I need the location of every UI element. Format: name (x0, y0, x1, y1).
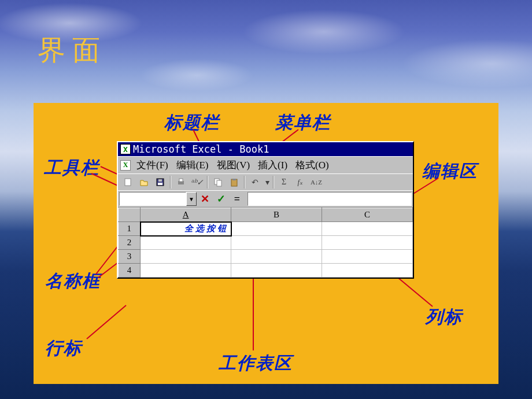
spellcheck-button[interactable]: ᵃᵇ✓ (190, 175, 205, 189)
menu-edit[interactable]: 编辑(E) (174, 158, 211, 172)
cancel-icon[interactable]: ✕ (198, 193, 212, 205)
select-all-corner[interactable] (119, 208, 141, 222)
cell-a3[interactable] (141, 250, 231, 264)
excel-window: X Microsoft Excel - Book1 X 文件(F) 编辑(E) … (117, 141, 414, 279)
row-header-2[interactable]: 2 (119, 236, 141, 250)
toolbar: ᵃᵇ✓ ↶ ▾ Σ fₓ A↓Z (118, 173, 413, 190)
toolbar-separator (273, 176, 274, 189)
undo-dropdown[interactable]: ▾ (264, 175, 271, 189)
confirm-icon[interactable]: ✓ (214, 193, 228, 205)
row-header-3[interactable]: 3 (119, 250, 141, 264)
copy-button[interactable] (210, 175, 226, 189)
new-button[interactable] (120, 175, 135, 189)
equals-icon[interactable]: = (230, 193, 244, 205)
window-title: Microsoft Excel - Book1 (133, 143, 269, 155)
paste-button[interactable] (227, 175, 242, 189)
menu-file[interactable]: 文件(F) (134, 158, 171, 172)
menu-view[interactable]: 视图(V) (215, 158, 253, 172)
column-header-b[interactable]: B (231, 208, 322, 222)
save-button[interactable] (153, 175, 168, 189)
svg-rect-17 (217, 180, 221, 186)
undo-button[interactable]: ↶ (247, 175, 263, 189)
sort-button[interactable]: A↓Z (309, 175, 324, 189)
column-header-a[interactable]: A (141, 208, 231, 222)
titlebar[interactable]: X Microsoft Excel - Book1 (118, 142, 413, 156)
cell-c2[interactable] (322, 236, 413, 250)
cell-c1[interactable] (322, 222, 413, 236)
toolbar-separator (244, 176, 245, 189)
cell-a1[interactable]: 全选按钮 (141, 222, 231, 236)
svg-rect-15 (179, 179, 183, 182)
cell-a2[interactable] (141, 236, 231, 250)
annotation-panel: 标题栏 菜单栏 工具栏 编辑区 名称框 列标 行标 工作表区 X Microso… (34, 103, 498, 384)
open-button[interactable] (136, 175, 152, 189)
menu-insert[interactable]: 插入(I) (256, 158, 290, 172)
function-button[interactable]: fₓ (293, 175, 308, 189)
menubar: X 文件(F) 编辑(E) 视图(V) 插入(I) 格式(O) (118, 156, 413, 173)
formula-input[interactable] (247, 192, 412, 206)
workbook-icon[interactable]: X (120, 160, 131, 171)
name-box-dropdown[interactable]: ▼ (186, 192, 197, 206)
column-header-c[interactable]: C (322, 208, 413, 222)
menu-format[interactable]: 格式(O) (293, 158, 331, 172)
autosum-button[interactable]: Σ (276, 175, 291, 189)
toolbar-separator (170, 176, 171, 189)
slide-title: 界面 (38, 32, 107, 69)
svg-rect-12 (158, 183, 162, 185)
cell-c3[interactable] (322, 250, 413, 264)
svg-line-8 (87, 305, 126, 339)
print-button[interactable] (173, 175, 189, 189)
cell-b3[interactable] (231, 250, 322, 264)
cell-b1[interactable] (231, 222, 322, 236)
cell-b4[interactable] (231, 264, 322, 278)
worksheet-area: A B C 1 全选按钮 2 3 (118, 207, 413, 278)
formula-bar: ▼ ✕ ✓ = (118, 190, 413, 207)
row-header-1[interactable]: 1 (119, 222, 141, 236)
row-header-4[interactable]: 4 (119, 264, 141, 278)
cell-b2[interactable] (231, 236, 322, 250)
svg-rect-10 (125, 179, 131, 186)
svg-rect-19 (232, 179, 236, 180)
excel-icon: X (120, 144, 131, 154)
svg-rect-13 (158, 179, 162, 182)
name-box[interactable] (119, 192, 186, 206)
toolbar-separator (207, 176, 208, 189)
cell-c4[interactable] (322, 264, 413, 278)
cell-a4[interactable] (141, 264, 231, 278)
